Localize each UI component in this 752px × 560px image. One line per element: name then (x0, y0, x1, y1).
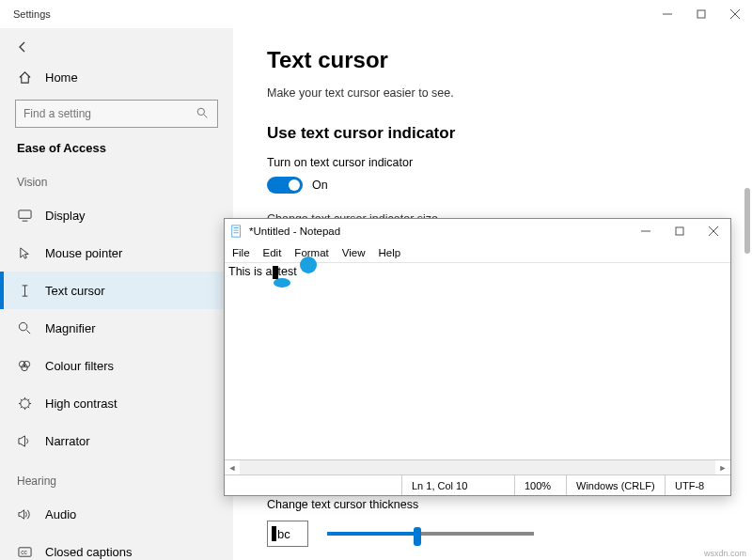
sidebar-item-magnifier[interactable]: Magnifier (0, 309, 233, 347)
notepad-statusbar: Ln 1, Col 10 100% Windows (CRLF) UTF-8 (225, 474, 730, 495)
svg-line-22 (27, 406, 28, 407)
close-button[interactable] (718, 0, 752, 28)
svg-point-14 (24, 361, 30, 367)
indicator-toggle[interactable] (267, 177, 303, 194)
text-before: This is a (228, 265, 273, 278)
settings-title: Settings (13, 8, 51, 20)
svg-line-24 (20, 406, 21, 407)
sidebar-item-textcursor[interactable]: Text cursor (0, 272, 233, 309)
thickness-label: Change text cursor thickness (267, 498, 718, 511)
svg-point-4 (197, 108, 204, 115)
watermark: wsxdn.com (704, 549, 746, 558)
nav-label: Mouse pointer (45, 246, 122, 260)
sidebar-item-contrast[interactable]: High contrast (0, 384, 233, 422)
scroll-right-icon[interactable]: ► (715, 460, 730, 475)
menu-file[interactable]: File (232, 247, 250, 258)
svg-text:cc: cc (21, 549, 27, 555)
menu-view[interactable]: View (342, 247, 366, 258)
textcursor-icon (17, 283, 32, 298)
thickness-slider[interactable] (327, 532, 534, 536)
magnifier-icon (17, 320, 32, 335)
search-input[interactable] (24, 107, 196, 120)
nav-label: Closed captions (45, 545, 133, 559)
np-close-button[interactable] (697, 219, 730, 243)
home-link[interactable]: Home (0, 60, 233, 94)
np-minimize-button[interactable] (629, 219, 663, 243)
notepad-title: *Untitled - Notepad (249, 226, 340, 237)
nav-label: Audio (45, 507, 76, 521)
svg-line-23 (27, 398, 28, 399)
svg-point-11 (19, 322, 26, 330)
contrast-icon (17, 396, 32, 411)
page-subtitle: Make your text cursor easier to see. (267, 86, 718, 100)
home-icon (17, 70, 32, 85)
section-title: Ease of Access (0, 137, 233, 168)
notepad-icon (230, 225, 243, 238)
status-eol: Windows (CRLF) (566, 475, 665, 495)
search-icon (196, 107, 210, 120)
nav-list: Vision Display Mouse pointer Text cursor… (0, 168, 233, 560)
minimize-button[interactable] (650, 0, 684, 28)
captions-icon: cc (17, 544, 32, 559)
nav-label: High contrast (45, 397, 118, 411)
cursor-indicator-icon (274, 278, 290, 288)
menu-help[interactable]: Help (379, 247, 401, 258)
scroll-left-icon[interactable]: ◄ (225, 460, 240, 475)
svg-rect-32 (676, 227, 683, 235)
text-after: test (278, 265, 297, 278)
sidebar-item-colour[interactable]: Colour filters (0, 347, 233, 384)
narrator-icon (17, 433, 32, 448)
sidebar-item-audio[interactable]: Audio (0, 495, 233, 533)
audio-icon (17, 506, 32, 521)
sidebar-item-narrator[interactable]: Narrator (0, 422, 233, 459)
nav-label: Display (45, 209, 86, 223)
status-zoom: 100% (514, 475, 566, 495)
np-h-scrollbar[interactable]: ◄ ► (225, 459, 730, 474)
maximize-button[interactable] (684, 0, 718, 28)
notepad-textarea[interactable]: This is atest (225, 262, 730, 459)
sidebar: Home Ease of Access Vision Display Mouse… (0, 28, 233, 560)
svg-rect-27 (232, 226, 241, 237)
notepad-window: *Untitled - Notepad File Edit Format Vie… (224, 218, 731, 496)
toggle-state: On (312, 179, 328, 192)
nav-label: Text cursor (45, 284, 105, 298)
notepad-menubar: File Edit Format View Help (225, 243, 730, 262)
status-lncol: Ln 1, Col 10 (401, 475, 514, 495)
sidebar-item-captions[interactable]: cc Closed captions (0, 533, 233, 560)
toggle-caption: Turn on text cursor indicator (267, 156, 718, 169)
page-heading: Text cursor (267, 47, 718, 73)
svg-rect-1 (697, 10, 705, 18)
nav-label: Narrator (45, 434, 90, 448)
search-box[interactable] (15, 100, 218, 128)
section-heading: Use text cursor indicator (267, 124, 718, 143)
svg-point-15 (21, 365, 27, 371)
settings-titlebar: Settings (0, 0, 752, 28)
scrollbar[interactable] (744, 188, 750, 254)
sidebar-item-mouse[interactable]: Mouse pointer (0, 234, 233, 272)
menu-edit[interactable]: Edit (263, 247, 282, 258)
status-enc: UTF-8 (665, 475, 730, 495)
nav-label: Magnifier (45, 321, 95, 335)
thickness-preview: bc (267, 521, 308, 547)
svg-line-12 (26, 330, 30, 334)
cursor-indicator-icon (300, 257, 317, 273)
svg-line-5 (204, 115, 207, 117)
sidebar-item-display[interactable]: Display (0, 196, 233, 234)
group-hearing: Hearing (0, 467, 233, 495)
notepad-titlebar[interactable]: *Untitled - Notepad (225, 219, 730, 243)
display-icon (17, 208, 32, 223)
menu-format[interactable]: Format (294, 247, 328, 258)
np-maximize-button[interactable] (663, 219, 697, 243)
colour-icon (17, 358, 32, 373)
svg-rect-6 (18, 210, 30, 217)
svg-line-21 (20, 398, 21, 399)
home-label: Home (45, 70, 78, 85)
mouse-icon (17, 245, 32, 260)
nav-label: Colour filters (45, 359, 114, 373)
back-button[interactable] (9, 34, 36, 60)
group-vision: Vision (0, 168, 233, 196)
